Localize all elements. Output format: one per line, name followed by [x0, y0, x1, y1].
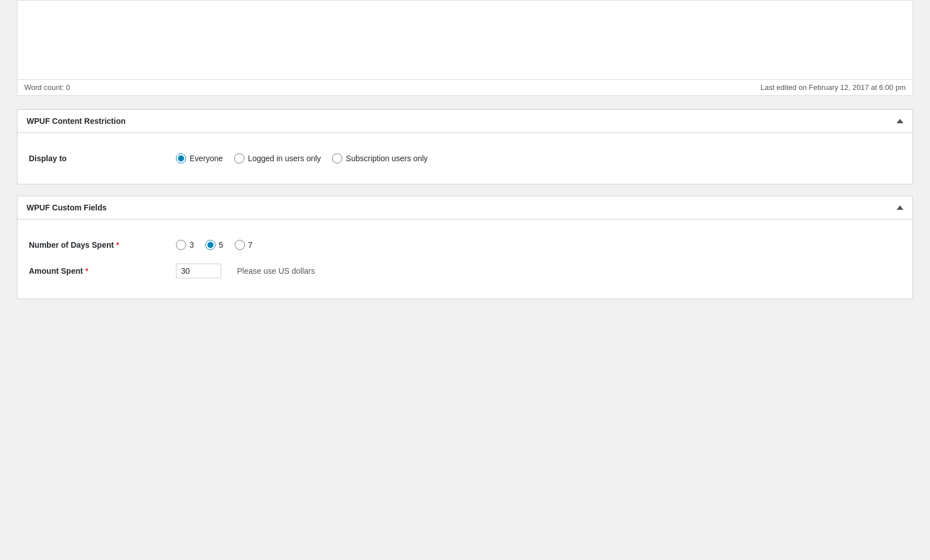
custom-fields-body: Number of Days Spent* 3 5 7	[18, 219, 912, 299]
radio-logged-in[interactable]	[234, 153, 244, 163]
display-to-controls: Everyone Logged in users only Subscripti…	[176, 153, 428, 163]
radio-days-5-label: 5	[219, 240, 223, 249]
option-days-5[interactable]: 5	[205, 240, 223, 250]
radio-subscription-label: Subscription users only	[346, 154, 428, 163]
content-restriction-title: WPUF Content Restriction	[27, 117, 126, 126]
option-subscription[interactable]: Subscription users only	[332, 153, 428, 163]
amount-spent-controls: Please use US dollars	[176, 264, 315, 278]
days-spent-label: Number of Days Spent*	[29, 240, 176, 249]
days-spent-controls: 3 5 7	[176, 240, 252, 250]
amount-spent-label: Amount Spent*	[29, 266, 176, 275]
radio-everyone[interactable]	[176, 153, 186, 163]
collapse-icon-2	[897, 205, 903, 210]
radio-days-7[interactable]	[235, 240, 245, 250]
custom-fields-panel: WPUF Custom Fields Number of Days Spent*…	[17, 196, 913, 299]
option-everyone[interactable]: Everyone	[176, 153, 223, 163]
display-to-label: Display to	[29, 154, 176, 163]
radio-logged-in-label: Logged in users only	[248, 154, 321, 163]
custom-fields-header[interactable]: WPUF Custom Fields	[18, 196, 912, 219]
radio-everyone-label: Everyone	[190, 154, 223, 163]
amount-hint: Please use US dollars	[237, 266, 315, 275]
days-required-star: *	[116, 240, 119, 249]
radio-days-3[interactable]	[176, 240, 186, 250]
option-logged-in[interactable]: Logged in users only	[234, 153, 321, 163]
content-restriction-panel: WPUF Content Restriction Display to Ever…	[17, 109, 913, 184]
radio-days-3-label: 3	[190, 240, 194, 249]
display-to-row: Display to Everyone Logged in users only…	[29, 147, 901, 170]
word-count: Word count: 0	[24, 83, 70, 92]
option-days-3[interactable]: 3	[176, 240, 194, 250]
editor-footer: Word count: 0 Last edited on February 12…	[17, 79, 913, 96]
radio-days-7-label: 7	[248, 240, 253, 249]
radio-days-5[interactable]	[205, 240, 216, 250]
page-wrapper: Word count: 0 Last edited on February 12…	[0, 0, 930, 299]
content-restriction-header[interactable]: WPUF Content Restriction	[18, 110, 912, 133]
amount-required-star: *	[85, 266, 88, 275]
editor-area	[17, 0, 913, 79]
last-edited: Last edited on February 12, 2017 at 6:00…	[760, 83, 906, 92]
amount-spent-row: Amount Spent* Please use US dollars	[29, 257, 901, 285]
custom-fields-title: WPUF Custom Fields	[27, 203, 107, 212]
option-days-7[interactable]: 7	[235, 240, 253, 250]
amount-input[interactable]	[176, 264, 221, 278]
content-restriction-body: Display to Everyone Logged in users only…	[18, 133, 912, 184]
collapse-icon	[897, 119, 903, 123]
days-spent-row: Number of Days Spent* 3 5 7	[29, 233, 901, 257]
radio-subscription[interactable]	[332, 153, 342, 163]
